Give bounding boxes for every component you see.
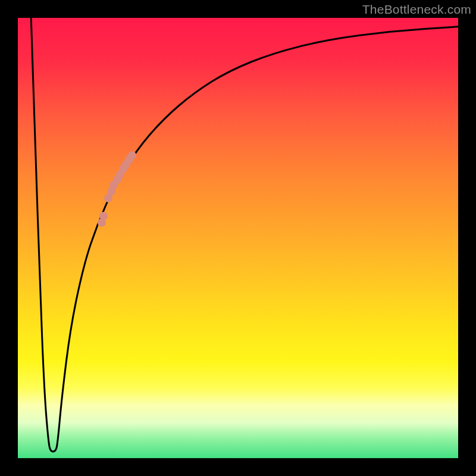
curve-marker <box>128 151 136 159</box>
curve-marker <box>98 218 106 227</box>
watermark-text: TheBottleneck.com <box>362 2 471 17</box>
chart-stage: TheBottleneck.com <box>0 0 476 476</box>
bottleneck-curve <box>18 18 458 458</box>
plot-area <box>18 18 458 458</box>
curve-path <box>31 18 458 452</box>
